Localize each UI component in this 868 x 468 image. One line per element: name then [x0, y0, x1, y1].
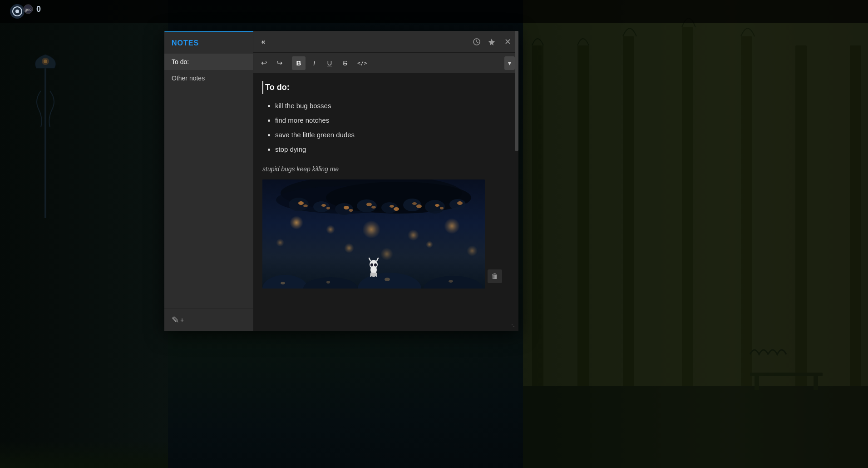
svg-rect-4 [532, 45, 543, 409]
game-scene [262, 179, 485, 289]
scene-orb [362, 220, 380, 239]
sidebar-title: NOTES [164, 39, 253, 54]
new-note-icon: ✎ [172, 314, 179, 325]
new-note-plus: + [180, 316, 184, 324]
svg-point-51 [281, 282, 285, 284]
svg-point-41 [394, 207, 399, 211]
svg-point-50 [424, 276, 483, 289]
svg-rect-10 [850, 45, 861, 409]
currency-icon: geo [23, 4, 34, 15]
list-item-text-3: save the little green dudes [275, 131, 355, 139]
svg-point-36 [344, 206, 349, 209]
list-item-text-1: kill the bug bosses [275, 102, 331, 110]
list-item: kill the bug bosses [275, 100, 509, 111]
code-icon: </> [357, 60, 367, 66]
sidebar-item-other-label: Other notes [172, 75, 205, 82]
svg-point-57 [370, 264, 373, 267]
currency-value: 0 [36, 5, 41, 14]
close-button[interactable]: ✕ [501, 35, 515, 49]
svg-rect-9 [795, 45, 807, 409]
svg-point-58 [374, 264, 377, 267]
editor-area: « ✕ [253, 31, 518, 331]
svg-point-44 [435, 204, 439, 207]
strikethrough-icon: S [343, 59, 347, 67]
svg-point-39 [371, 206, 376, 209]
svg-point-25 [313, 201, 330, 212]
close-icon: ✕ [504, 37, 511, 46]
svg-text:geo: geo [25, 7, 31, 12]
svg-point-31 [449, 199, 466, 210]
trash-icon: 🗑 [491, 272, 498, 280]
redo-button[interactable]: ↪ [272, 56, 286, 70]
svg-point-32 [298, 201, 304, 205]
scene-orb [444, 218, 460, 234]
bold-icon: B [296, 59, 301, 67]
scroll-thumb [515, 31, 518, 151]
sync-icon [473, 38, 481, 46]
redo-icon: ↪ [276, 59, 282, 67]
note-italic-text: stupid bugs keep killing me [262, 164, 509, 174]
toolbar-right: ✕ [471, 35, 515, 49]
svg-point-38 [366, 203, 372, 206]
svg-rect-14 [814, 376, 818, 390]
arches-svg [523, 0, 868, 468]
svg-point-27 [357, 199, 377, 212]
pin-button[interactable] [486, 36, 497, 47]
sync-button[interactable] [471, 36, 483, 48]
note-content-area[interactable]: To do: kill the bug bosses find more not… [253, 74, 518, 331]
list-item-text-2: find more notches [275, 116, 329, 124]
sidebar-footer: ✎ + [164, 309, 253, 331]
svg-point-34 [321, 204, 326, 207]
right-background [523, 0, 868, 468]
list-item: stop dying [275, 144, 509, 155]
svg-point-37 [349, 209, 353, 212]
scrollbar[interactable] [515, 31, 518, 331]
svg-point-47 [262, 275, 308, 289]
collapse-button[interactable]: « [257, 35, 270, 48]
note-image-container: 🗑 [262, 179, 509, 289]
svg-point-54 [449, 280, 453, 283]
note-title: To do: [262, 81, 509, 94]
scene-orb [290, 216, 303, 229]
toolbar-left: « [257, 35, 270, 48]
svg-point-46 [457, 201, 463, 205]
italic-button[interactable]: I [307, 56, 321, 70]
strikethrough-button[interactable]: S [338, 56, 352, 70]
underline-button[interactable]: U [323, 56, 336, 70]
svg-rect-13 [755, 376, 759, 390]
notes-app-window: NOTES To do: Other notes ✎ + « [164, 31, 518, 331]
list-item: save the little green dudes [275, 129, 509, 140]
svg-point-43 [416, 204, 422, 208]
svg-rect-6 [623, 36, 634, 409]
note-list: kill the bug bosses find more notches sa… [262, 100, 509, 155]
svg-point-30 [425, 200, 445, 214]
left-background [0, 0, 168, 468]
sidebar-item-todo-label: To do: [172, 58, 189, 65]
steam-header: geo 0 [0, 0, 868, 23]
pin-icon [488, 38, 495, 45]
italic-icon: I [313, 59, 315, 67]
svg-point-17 [15, 10, 19, 13]
game-screenshot [262, 179, 485, 289]
svg-rect-7 [682, 27, 693, 409]
delete-image-button[interactable]: 🗑 [488, 269, 502, 283]
code-button[interactable]: </> [354, 56, 371, 70]
svg-point-33 [303, 204, 308, 207]
knight-character [366, 257, 381, 277]
undo-button[interactable]: ↩ [257, 56, 271, 70]
svg-point-24 [289, 198, 309, 211]
sidebar-item-other[interactable]: Other notes [164, 70, 253, 86]
svg-point-26 [335, 203, 353, 215]
format-dropdown-button[interactable]: ▾ [504, 56, 515, 70]
format-toolbar: ↩ ↪ B I U S </> ▾ [253, 53, 518, 74]
svg-point-42 [412, 202, 417, 205]
underline-icon: U [327, 59, 332, 67]
svg-point-35 [326, 207, 330, 209]
top-toolbar: « ✕ [253, 31, 518, 53]
sidebar-item-todo[interactable]: To do: [164, 54, 253, 70]
bold-button[interactable]: B [292, 56, 306, 70]
currency-display: geo 0 [23, 4, 41, 15]
svg-rect-11 [523, 386, 868, 468]
new-note-button[interactable]: ✎ + [172, 314, 184, 325]
sidebar: NOTES To do: Other notes ✎ + [164, 31, 253, 331]
